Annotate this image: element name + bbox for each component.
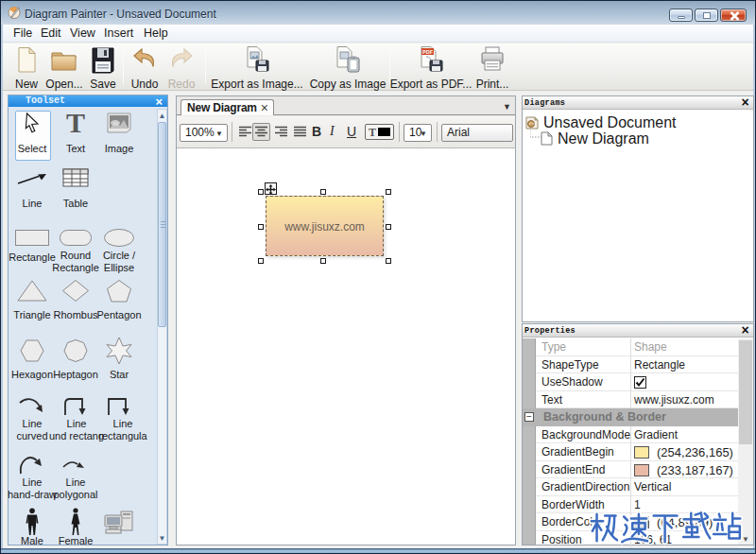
svg-text:T: T: [66, 110, 85, 136]
svg-text:PDF: PDF: [422, 49, 434, 55]
